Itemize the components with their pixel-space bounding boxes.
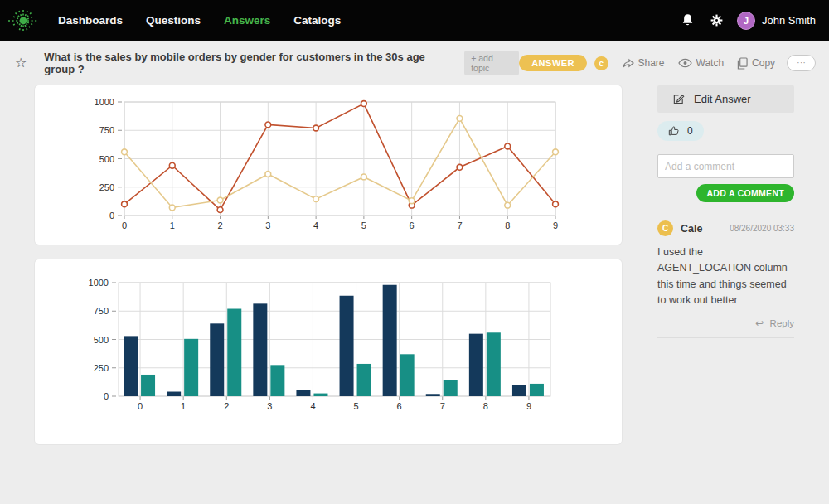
eye-icon (678, 58, 692, 68)
more-options-button[interactable]: ··· (787, 55, 816, 71)
svg-text:9: 9 (553, 220, 558, 230)
share-icon (622, 57, 634, 69)
svg-text:0: 0 (109, 211, 114, 220)
svg-text:1000: 1000 (89, 278, 109, 288)
svg-text:5: 5 (353, 401, 358, 411)
user-name[interactable]: John Smith (762, 14, 816, 27)
svg-text:6: 6 (397, 401, 402, 411)
comment-input[interactable] (657, 154, 794, 178)
svg-text:1: 1 (170, 220, 175, 230)
svg-text:500: 500 (94, 335, 109, 345)
svg-text:7: 7 (440, 401, 445, 411)
svg-text:5: 5 (361, 220, 366, 230)
charts-column: 025050075010000123456789 025050075010000… (35, 85, 622, 444)
add-comment-button[interactable]: ADD A COMMENT (696, 184, 794, 202)
nav-item-dashboards[interactable]: Dashboards (46, 14, 134, 27)
question-title: What is the sales by mobile orders by ge… (44, 51, 454, 75)
like-button[interactable]: 0 (657, 121, 704, 141)
svg-text:500: 500 (99, 154, 114, 164)
author-badge: c (594, 56, 608, 70)
comment-item: C Cale 08/26/2020 03:33 I used the AGENT… (657, 220, 794, 338)
watch-label: Watch (696, 57, 725, 69)
svg-text:2: 2 (217, 220, 222, 230)
reply-label: Reply (770, 318, 794, 328)
copy-label: Copy (752, 57, 775, 69)
line-chart: 025050075010000123456789 (35, 85, 622, 245)
answer-sidebar: Edit Answer 0 ADD A COMMENT C Cale 08/26… (657, 85, 794, 444)
brand-logo-icon[interactable] (7, 4, 40, 37)
svg-text:750: 750 (99, 125, 114, 135)
copy-icon (737, 57, 748, 70)
copy-button[interactable]: Copy (737, 57, 775, 70)
svg-text:0: 0 (122, 220, 127, 230)
svg-text:250: 250 (99, 182, 114, 192)
main-content: 025050075010000123456789 025050075010000… (0, 80, 829, 444)
nav-item-questions[interactable]: Questions (134, 14, 212, 27)
edit-answer-button[interactable]: Edit Answer (657, 85, 794, 113)
edit-answer-label: Edit Answer (694, 93, 751, 105)
thumbs-up-icon (668, 125, 680, 137)
svg-text:8: 8 (505, 220, 510, 230)
answer-status-badge: ANSWER (519, 55, 587, 71)
line-chart-card: 025050075010000123456789 (35, 85, 622, 245)
svg-text:2: 2 (224, 401, 229, 411)
svg-text:8: 8 (483, 401, 488, 411)
commenter-name: Cale (681, 223, 702, 235)
svg-text:3: 3 (267, 401, 272, 411)
svg-text:0: 0 (138, 401, 143, 411)
svg-text:4: 4 (310, 401, 315, 411)
comment-timestamp: 08/26/2020 03:33 (730, 224, 794, 233)
reply-button[interactable]: ↩ Reply (657, 317, 794, 329)
svg-text:9: 9 (526, 401, 531, 411)
svg-text:750: 750 (94, 306, 109, 316)
reply-arrow-icon: ↩ (755, 317, 764, 329)
svg-text:3: 3 (265, 220, 270, 230)
svg-text:0: 0 (104, 391, 109, 401)
share-button[interactable]: Share (622, 57, 665, 69)
add-topic-button[interactable]: + add topic (464, 51, 519, 75)
bell-icon[interactable] (681, 13, 695, 27)
user-avatar[interactable]: J (737, 12, 755, 30)
svg-text:6: 6 (410, 220, 414, 230)
question-bar: ☆ What is the sales by mobile orders by … (0, 46, 829, 80)
svg-text:4: 4 (313, 220, 318, 230)
nav-item-catalogs[interactable]: Catalogs (282, 14, 352, 27)
share-label: Share (638, 57, 665, 69)
svg-text:7: 7 (457, 220, 462, 230)
comment-divider (657, 337, 794, 338)
edit-pencil-icon (672, 93, 685, 105)
svg-text:250: 250 (94, 363, 109, 373)
svg-text:1: 1 (181, 401, 186, 411)
favorite-star-icon[interactable]: ☆ (15, 56, 27, 70)
top-navbar: Dashboards Questions Answers Catalogs J … (0, 0, 829, 41)
like-count: 0 (687, 125, 693, 137)
nav-item-answers[interactable]: Answers (212, 14, 282, 27)
gear-icon[interactable] (710, 13, 724, 27)
comment-text: I used the AGENT_LOCATION column this ti… (657, 245, 794, 309)
bar-chart-card: 025050075010000123456789 (35, 259, 622, 444)
watch-button[interactable]: Watch (678, 57, 725, 69)
commenter-avatar: C (657, 220, 673, 236)
bar-chart: 025050075010000123456789 (35, 271, 622, 437)
svg-text:1000: 1000 (95, 97, 114, 107)
